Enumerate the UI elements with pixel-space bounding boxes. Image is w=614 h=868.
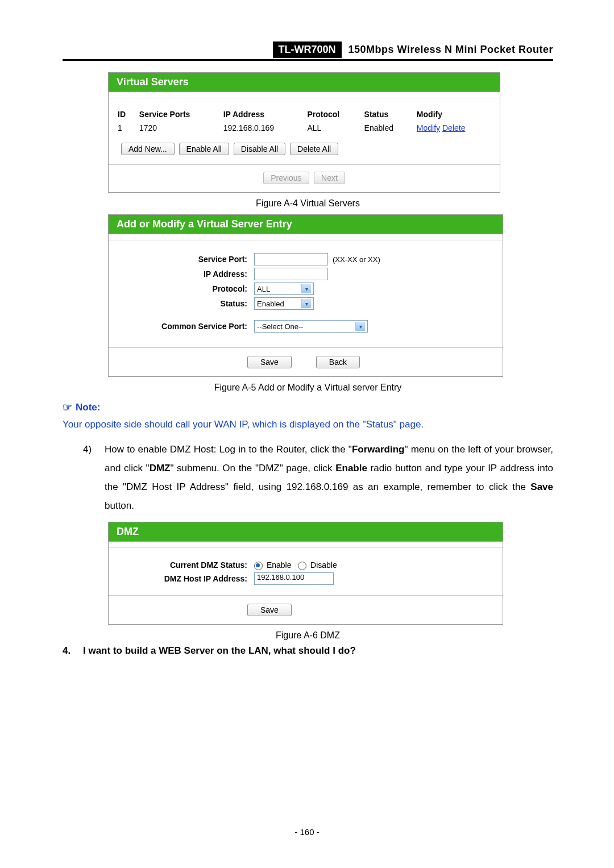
model-number: TL-WR700N — [273, 41, 342, 58]
virtual-servers-table: ID Service Ports IP Address Protocol Sta… — [114, 107, 494, 135]
panel-title: DMZ — [109, 522, 503, 542]
dmz-panel: DMZ Current DMZ Status: Enable Disable D… — [108, 522, 503, 625]
note-label: Note: — [76, 402, 100, 413]
save-button[interactable]: Save — [247, 356, 292, 368]
disable-all-button[interactable]: Disable All — [234, 143, 285, 155]
col-ports: Service Ports — [136, 107, 220, 121]
col-protocol: Protocol — [304, 107, 360, 121]
common-port-value: --Select One-- — [257, 322, 304, 331]
pointing-hand-icon: ☞ — [63, 401, 72, 414]
note-heading: ☞ Note: — [63, 401, 553, 414]
common-port-select[interactable]: --Select One-- ▾ — [254, 320, 368, 333]
protocol-select[interactable]: ALL ▾ — [254, 283, 314, 295]
next-button[interactable]: Next — [314, 172, 345, 184]
col-modify: Modify — [413, 107, 494, 121]
step-4-paragraph: 4) How to enable DMZ Host: Log in to the… — [63, 440, 553, 516]
table-row: 1 1720 192.168.0.169 ALL Enabled Modify … — [114, 121, 494, 135]
figure-a5-caption: Figure A-5 Add or Modify a Virtual serve… — [63, 383, 553, 393]
enable-radio-label: Enable — [267, 560, 292, 570]
document-header: TL-WR700N 150Mbps Wireless N Mini Pocket… — [63, 41, 553, 61]
panel-title: Add or Modify a Virtual Server Entry — [109, 215, 503, 234]
status-value: Enabled — [257, 300, 284, 308]
dmz-ip-input[interactable]: 192.168.0.100 — [254, 572, 334, 585]
figure-a4-caption: Figure A-4 Virtual Servers — [63, 198, 553, 209]
label-dmz-ip: DMZ Host IP Address: — [117, 574, 254, 583]
save-button[interactable]: Save — [247, 604, 292, 616]
label-dmz-status: Current DMZ Status: — [117, 560, 254, 570]
add-new-button[interactable]: Add New... — [121, 143, 175, 155]
service-port-input[interactable] — [254, 253, 328, 265]
delete-link[interactable]: Delete — [442, 123, 465, 132]
previous-button[interactable]: Previous — [263, 172, 309, 184]
disable-radio[interactable] — [298, 562, 306, 570]
disable-radio-label: Disable — [310, 560, 337, 570]
enable-radio[interactable] — [254, 562, 263, 570]
protocol-value: ALL — [257, 285, 270, 293]
back-button[interactable]: Back — [316, 356, 360, 368]
col-status: Status — [361, 107, 413, 121]
chevron-down-icon: ▾ — [355, 322, 365, 331]
model-description: 150Mbps Wireless N Mini Pocket Router — [349, 44, 553, 56]
add-modify-panel: Add or Modify a Virtual Server Entry Ser… — [108, 214, 503, 377]
virtual-servers-panel: Virtual Servers ID Service Ports IP Addr… — [108, 72, 500, 193]
cell-id: 1 — [114, 121, 136, 135]
ip-address-input[interactable] — [254, 268, 328, 280]
cell-proto: ALL — [304, 121, 360, 135]
question-4: 4. I want to build a WEB Server on the L… — [63, 645, 553, 657]
label-protocol: Protocol: — [117, 284, 254, 293]
chevron-down-icon: ▾ — [301, 299, 311, 308]
cell-ip: 192.168.0.169 — [220, 121, 304, 135]
status-select[interactable]: Enabled ▾ — [254, 297, 314, 310]
col-id: ID — [114, 107, 136, 121]
figure-a6-caption: Figure A-6 DMZ — [63, 630, 553, 641]
modify-link[interactable]: Modify — [417, 123, 440, 132]
note-text: Your opposite side should call your WAN … — [63, 417, 553, 432]
label-ip-address: IP Address: — [117, 269, 254, 279]
q4-number: 4. — [63, 645, 83, 657]
cell-status: Enabled — [361, 121, 413, 135]
cell-port: 1720 — [136, 121, 220, 135]
page-number: - 160 - — [0, 827, 614, 837]
label-common-port: Common Service Port: — [117, 322, 254, 331]
service-port-hint: (XX-XX or XX) — [333, 255, 380, 264]
delete-all-button[interactable]: Delete All — [290, 143, 338, 155]
q4-text: I want to build a WEB Server on the LAN,… — [83, 645, 553, 657]
col-ip: IP Address — [220, 107, 304, 121]
panel-title: Virtual Servers — [109, 73, 500, 92]
label-service-port: Service Port: — [117, 255, 254, 264]
label-status: Status: — [117, 299, 254, 308]
enable-all-button[interactable]: Enable All — [179, 143, 229, 155]
list-number: 4) — [83, 440, 105, 516]
chevron-down-icon: ▾ — [301, 284, 311, 293]
